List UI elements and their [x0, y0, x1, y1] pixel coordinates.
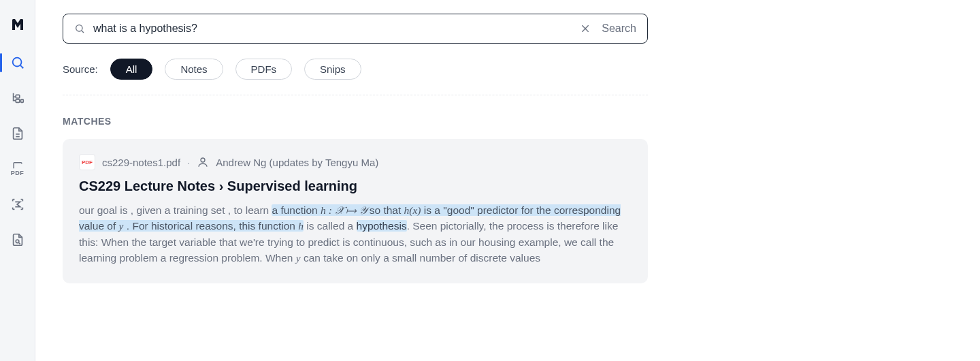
result-excerpt: our goal is , given a training set , to …	[79, 202, 632, 266]
result-title: CS229 Lecture Notes › Supervised learnin…	[79, 178, 632, 194]
matches-header: MATCHES	[63, 116, 953, 127]
result-author: Andrew Ng (updates by Tengyu Ma)	[216, 157, 378, 168]
filter-all[interactable]: All	[110, 59, 153, 80]
svg-rect-2	[16, 95, 20, 98]
sidebar-item-document[interactable]	[4, 120, 31, 147]
search-bar: Search	[63, 14, 648, 44]
svg-line-10	[82, 31, 84, 33]
svg-rect-3	[16, 99, 20, 103]
main-content: Search Source: All Notes PDFs Snips MATC…	[35, 0, 980, 361]
author-icon	[197, 156, 209, 168]
filter-notes[interactable]: Notes	[165, 59, 223, 80]
svg-point-0	[12, 58, 21, 67]
source-filters: Source: All Notes PDFs Snips	[63, 59, 648, 95]
result-filename: cs229-notes1.pdf	[102, 157, 180, 168]
meta-separator: ·	[187, 157, 190, 168]
search-button[interactable]: Search	[602, 22, 636, 35]
filter-snips[interactable]: Snips	[304, 59, 361, 80]
sidebar-item-image-search[interactable]	[4, 226, 31, 253]
sidebar-item-sigma[interactable]	[4, 191, 31, 218]
search-input[interactable]	[93, 22, 569, 35]
result-card[interactable]: PDF cs229-notes1.pdf · Andrew Ng (update…	[63, 139, 648, 283]
svg-point-9	[76, 25, 82, 31]
pdf-label: PDF	[11, 170, 24, 176]
sidebar-item-search[interactable]	[4, 49, 31, 76]
clear-button[interactable]	[577, 20, 593, 37]
pdf-badge-icon: PDF	[79, 154, 95, 170]
sidebar-item-pdf[interactable]: PDF	[4, 155, 31, 183]
svg-line-1	[20, 65, 23, 68]
svg-rect-4	[20, 99, 23, 103]
svg-line-8	[18, 243, 20, 245]
result-meta: PDF cs229-notes1.pdf · Andrew Ng (update…	[79, 154, 632, 170]
svg-point-7	[16, 240, 19, 243]
search-icon	[74, 23, 85, 34]
app-logo[interactable]	[4, 11, 31, 38]
sidebar-item-tree[interactable]	[4, 84, 31, 112]
sidebar: PDF	[0, 0, 35, 361]
filter-pdfs[interactable]: PDFs	[235, 59, 293, 80]
svg-point-13	[201, 158, 205, 162]
filters-label: Source:	[63, 63, 98, 75]
